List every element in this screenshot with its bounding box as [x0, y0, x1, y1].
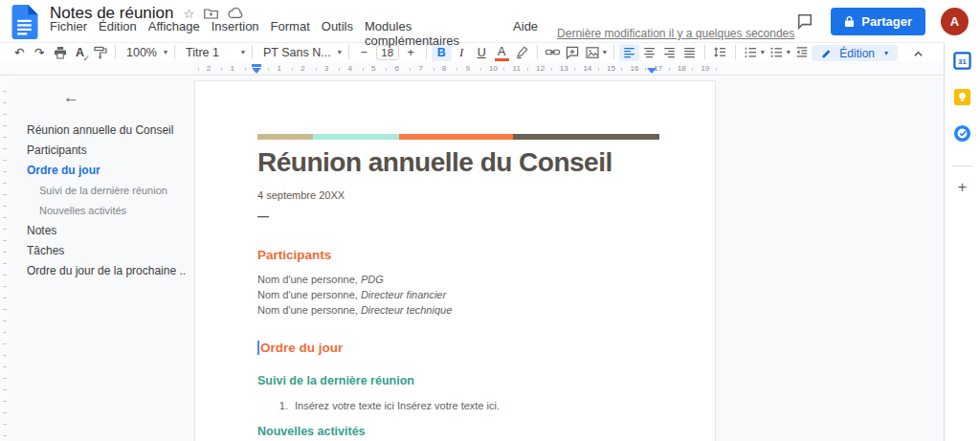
- menu-edition[interactable]: Édition: [93, 19, 143, 48]
- close-outline-icon[interactable]: ←: [63, 88, 79, 107]
- google-keep-icon[interactable]: [952, 87, 972, 107]
- move-folder-icon[interactable]: [204, 8, 218, 20]
- doc-divider-dash[interactable]: —: [257, 209, 660, 223]
- ruler-number: 2: [207, 64, 211, 73]
- participants-list: Nom d'une personne, PDGNom d'une personn…: [257, 272, 660, 318]
- menu-modules-complementaires[interactable]: Modules complémentaires: [359, 19, 507, 48]
- outline-item-participants[interactable]: Participants: [27, 141, 187, 161]
- comment-history-icon[interactable]: [794, 11, 815, 32]
- menu-affichage[interactable]: Affichage: [143, 19, 206, 48]
- left-indent-marker[interactable]: [252, 68, 261, 74]
- list-number: 1.: [271, 399, 288, 412]
- outline-item-reunion-annuelle-du-conseil[interactable]: Réunion annuelle du Conseil: [27, 121, 187, 141]
- participant-line[interactable]: Nom d'une personne, PDG: [257, 272, 660, 287]
- first-line-indent-marker[interactable]: [252, 64, 261, 67]
- text-cursor: [257, 341, 259, 355]
- align-left-button[interactable]: [619, 44, 639, 61]
- ruler-number: 10: [489, 64, 498, 73]
- outline-list: Réunion annuelle du ConseilParticipantsO…: [27, 121, 187, 281]
- google-docs-logo-icon[interactable]: [11, 5, 38, 39]
- insert-image-button[interactable]: ▾: [583, 44, 609, 61]
- ruler-number: 7: [418, 64, 422, 73]
- text-color-letter: A: [498, 46, 505, 58]
- ruler-number: 5: [371, 64, 375, 73]
- menu-format[interactable]: Format: [265, 19, 316, 48]
- doc-date[interactable]: 4 septembre 20XX: [257, 189, 660, 201]
- chevron-down-icon: ▾: [884, 49, 888, 57]
- heading-participants[interactable]: Participants: [257, 248, 660, 262]
- chevron-down-icon: ▾: [603, 48, 607, 56]
- chevron-down-icon: ▾: [338, 48, 342, 56]
- outline-item-nouvelles-activites[interactable]: Nouvelles activités: [27, 201, 187, 221]
- menu-insertion[interactable]: Insertion: [206, 19, 265, 48]
- get-add-ons-button[interactable]: +: [958, 178, 968, 197]
- numbered-list-item[interactable]: 1. Insérez votre texte ici Insérez votre…: [257, 399, 660, 412]
- title-color-bar: [257, 134, 660, 140]
- spell-check-mark: ✓: [82, 54, 90, 62]
- ruler-tick: [434, 68, 434, 71]
- ruler-tick: [480, 68, 481, 71]
- last-edit-link[interactable]: Dernière modification il y a quelques se…: [557, 27, 794, 40]
- outline-item-taches[interactable]: Tâches: [27, 241, 187, 261]
- participant-role: Directeur financier: [361, 289, 446, 300]
- ruler-number: 18: [678, 64, 686, 73]
- google-tasks-icon[interactable]: [952, 123, 972, 143]
- ruler-tick: [716, 68, 717, 71]
- ruler-number: 15: [607, 64, 615, 73]
- chevron-down-icon: ▾: [787, 48, 791, 56]
- participant-name: Nom d'une personne,: [257, 304, 361, 316]
- ruler-tick: [268, 68, 269, 71]
- participant-line[interactable]: Nom d'une personne, Directeur financier: [257, 287, 660, 302]
- chevron-down-icon: ▾: [164, 48, 167, 56]
- menu-outils[interactable]: Outils: [316, 19, 359, 48]
- color-bar-segment: [257, 134, 313, 140]
- participant-role: Directeur technique: [361, 304, 452, 316]
- menu-fichier[interactable]: Fichier: [50, 19, 93, 48]
- right-indent-marker[interactable]: [647, 68, 657, 74]
- color-bar-segment: [513, 134, 659, 140]
- outline-item-ordre-du-jour-de-la-prochaine[interactable]: Ordre du jour de la prochaine ...: [27, 261, 187, 281]
- heading-agenda[interactable]: Ordre du jour: [257, 341, 660, 355]
- ruler-tick: [598, 68, 599, 71]
- ruler-tick: [339, 68, 340, 71]
- undo-button[interactable]: ↶: [10, 44, 30, 61]
- align-justify-button[interactable]: [679, 44, 700, 61]
- share-button[interactable]: Partager: [831, 8, 925, 35]
- account-avatar[interactable]: A: [941, 8, 969, 35]
- chevron-down-icon: ▾: [761, 48, 765, 56]
- lock-icon: [844, 15, 855, 28]
- doc-heading-title[interactable]: Réunion annuelle du Conseil: [257, 147, 660, 178]
- add-comment-button[interactable]: [563, 44, 583, 61]
- participant-line[interactable]: Nom d'une personne, Directeur technique: [257, 302, 660, 318]
- ruler-tick: [198, 68, 199, 71]
- outline-item-ordre-du-jour[interactable]: Ordre du jour: [27, 161, 187, 181]
- bulleted-list-button[interactable]: ▾: [767, 44, 792, 61]
- heading-new-business[interactable]: Nouvelles activités: [257, 425, 660, 438]
- list-text: Insérez votre texte ici Insérez votre te…: [295, 399, 500, 412]
- outline-item-notes[interactable]: Notes: [27, 221, 187, 241]
- hide-menus-button[interactable]: [908, 45, 928, 61]
- align-right-button[interactable]: [659, 44, 679, 61]
- svg-text:31: 31: [958, 57, 967, 66]
- menu-bar: FichierÉditionAffichageInsertionFormatOu…: [50, 24, 794, 43]
- side-panel: 31 +: [944, 42, 980, 441]
- ruler-number: 3: [324, 64, 328, 73]
- horizontal-ruler: 1212345678910111213141516171819: [0, 62, 944, 76]
- ruler-tick: [527, 68, 528, 71]
- decrease-indent-button[interactable]: [792, 44, 813, 61]
- line-spacing-button[interactable]: [710, 44, 730, 61]
- menu-aide[interactable]: Aide: [507, 19, 544, 48]
- ruler-number: 8: [442, 64, 446, 73]
- numbered-list-button[interactable]: ▾: [741, 44, 767, 61]
- align-center-button[interactable]: [639, 44, 659, 61]
- star-icon[interactable]: ☆: [183, 8, 194, 20]
- insert-link-button[interactable]: [543, 44, 563, 61]
- google-calendar-icon[interactable]: 31: [952, 51, 972, 71]
- editing-mode-label: Édition: [839, 47, 875, 60]
- redo-button[interactable]: ↷: [30, 44, 50, 61]
- document-page[interactable]: Réunion annuelle du Conseil 4 septembre …: [194, 80, 716, 441]
- editing-mode-button[interactable]: Édition ▾: [812, 45, 898, 61]
- heading-followup[interactable]: Suivi de la dernière réunion: [257, 374, 660, 387]
- ruler-number: 19: [701, 64, 709, 73]
- outline-item-suivi-de-la-derniere-reunion[interactable]: Suivi de la dernière réunion: [27, 181, 187, 201]
